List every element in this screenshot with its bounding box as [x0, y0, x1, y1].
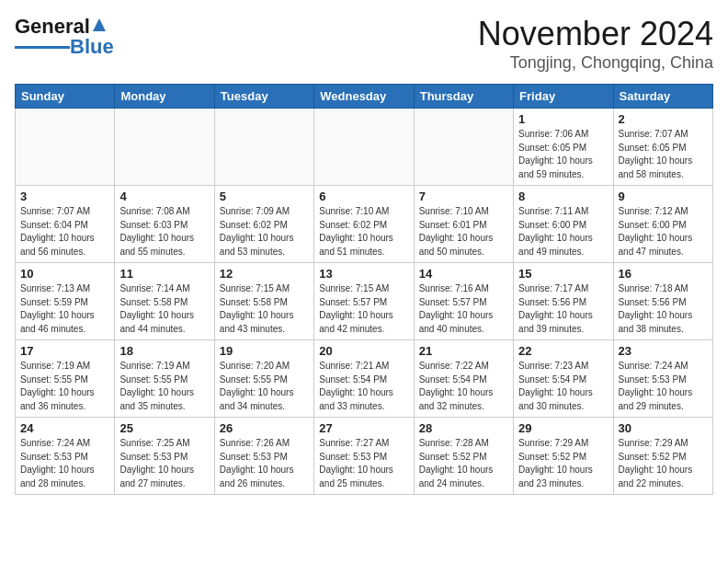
day-cell: 16Sunrise: 7:18 AM Sunset: 5:56 PM Dayli… [613, 263, 712, 340]
day-info: Sunrise: 7:24 AM Sunset: 5:53 PM Dayligh… [619, 360, 708, 413]
day-info: Sunrise: 7:26 AM Sunset: 5:53 PM Dayligh… [220, 437, 309, 490]
day-info: Sunrise: 7:25 AM Sunset: 5:53 PM Dayligh… [119, 437, 209, 490]
day-info: Sunrise: 7:28 AM Sunset: 5:52 PM Dayligh… [419, 437, 508, 490]
weekday-header-friday: Friday [514, 85, 613, 109]
day-info: Sunrise: 7:15 AM Sunset: 5:58 PM Dayligh… [220, 282, 309, 336]
week-row-1: 1Sunrise: 7:06 AM Sunset: 6:05 PM Daylig… [16, 109, 713, 186]
day-number: 22 [518, 344, 608, 358]
day-cell: 14Sunrise: 7:16 AM Sunset: 5:57 PM Dayli… [414, 263, 513, 340]
day-cell: 29Sunrise: 7:29 AM Sunset: 5:52 PM Dayli… [514, 418, 613, 495]
week-row-5: 24Sunrise: 7:24 AM Sunset: 5:53 PM Dayli… [16, 418, 713, 495]
day-cell: 6Sunrise: 7:10 AM Sunset: 6:02 PM Daylig… [314, 186, 414, 263]
day-number: 30 [619, 421, 708, 435]
day-info: Sunrise: 7:10 AM Sunset: 6:02 PM Dayligh… [319, 205, 408, 259]
day-info: Sunrise: 7:19 AM Sunset: 5:55 PM Dayligh… [20, 360, 109, 413]
location-subtitle: Tongjing, Chongqing, China [478, 53, 713, 73]
day-number: 27 [319, 421, 408, 435]
day-cell: 10Sunrise: 7:13 AM Sunset: 5:59 PM Dayli… [16, 263, 115, 340]
day-cell: 13Sunrise: 7:15 AM Sunset: 5:57 PM Dayli… [314, 263, 414, 340]
day-cell: 26Sunrise: 7:26 AM Sunset: 5:53 PM Dayli… [214, 418, 313, 495]
day-info: Sunrise: 7:12 AM Sunset: 6:00 PM Dayligh… [619, 205, 708, 259]
day-info: Sunrise: 7:23 AM Sunset: 5:54 PM Dayligh… [518, 360, 608, 413]
day-number: 9 [619, 190, 708, 203]
day-number: 4 [119, 190, 209, 203]
day-number: 10 [20, 267, 109, 281]
day-info: Sunrise: 7:11 AM Sunset: 6:00 PM Dayligh… [518, 205, 608, 259]
day-number: 3 [20, 190, 109, 203]
day-cell: 11Sunrise: 7:14 AM Sunset: 5:58 PM Dayli… [115, 263, 214, 340]
day-cell: 19Sunrise: 7:20 AM Sunset: 5:55 PM Dayli… [214, 340, 313, 418]
day-number: 29 [518, 421, 608, 435]
day-info: Sunrise: 7:13 AM Sunset: 5:59 PM Dayligh… [20, 282, 109, 336]
day-cell: 28Sunrise: 7:28 AM Sunset: 5:52 PM Dayli… [414, 418, 513, 495]
page-header: General Blue November 2024 Tongjing, Cho… [15, 15, 713, 73]
day-cell: 24Sunrise: 7:24 AM Sunset: 5:53 PM Dayli… [16, 418, 115, 495]
logo-underline [15, 46, 70, 49]
day-cell: 15Sunrise: 7:17 AM Sunset: 5:56 PM Dayli… [514, 263, 613, 340]
weekday-header-sunday: Sunday [16, 85, 115, 109]
weekday-header-monday: Monday [115, 85, 214, 109]
day-cell: 25Sunrise: 7:25 AM Sunset: 5:53 PM Dayli… [115, 418, 214, 495]
week-row-2: 3Sunrise: 7:07 AM Sunset: 6:04 PM Daylig… [16, 186, 713, 263]
day-number: 28 [419, 421, 508, 435]
day-info: Sunrise: 7:18 AM Sunset: 5:56 PM Dayligh… [619, 282, 708, 336]
day-number: 8 [518, 190, 608, 203]
day-number: 1 [518, 112, 608, 126]
day-cell [16, 109, 115, 186]
weekday-header-thursday: Thursday [414, 85, 513, 109]
day-cell: 8Sunrise: 7:11 AM Sunset: 6:00 PM Daylig… [514, 186, 613, 263]
day-cell: 4Sunrise: 7:08 AM Sunset: 6:03 PM Daylig… [115, 186, 214, 263]
day-cell: 20Sunrise: 7:21 AM Sunset: 5:54 PM Dayli… [314, 340, 414, 418]
weekday-header-row: SundayMondayTuesdayWednesdayThursdayFrid… [16, 85, 713, 109]
day-info: Sunrise: 7:20 AM Sunset: 5:55 PM Dayligh… [220, 360, 309, 413]
weekday-header-wednesday: Wednesday [314, 85, 414, 109]
week-row-4: 17Sunrise: 7:19 AM Sunset: 5:55 PM Dayli… [16, 340, 713, 418]
day-info: Sunrise: 7:09 AM Sunset: 6:02 PM Dayligh… [220, 205, 309, 259]
day-number: 25 [119, 421, 209, 435]
day-cell: 2Sunrise: 7:07 AM Sunset: 6:05 PM Daylig… [613, 109, 712, 186]
day-number: 20 [319, 344, 408, 358]
day-number: 26 [220, 421, 309, 435]
day-info: Sunrise: 7:22 AM Sunset: 5:54 PM Dayligh… [419, 360, 508, 413]
weekday-header-tuesday: Tuesday [214, 85, 313, 109]
day-info: Sunrise: 7:06 AM Sunset: 6:05 PM Dayligh… [518, 128, 608, 181]
day-cell [314, 109, 414, 186]
day-info: Sunrise: 7:07 AM Sunset: 6:05 PM Dayligh… [619, 128, 708, 181]
day-cell: 5Sunrise: 7:09 AM Sunset: 6:02 PM Daylig… [214, 186, 313, 263]
svg-marker-0 [93, 18, 106, 31]
month-year-title: November 2024 [478, 15, 713, 53]
day-cell: 1Sunrise: 7:06 AM Sunset: 6:05 PM Daylig… [514, 109, 613, 186]
day-info: Sunrise: 7:29 AM Sunset: 5:52 PM Dayligh… [619, 437, 708, 490]
day-info: Sunrise: 7:21 AM Sunset: 5:54 PM Dayligh… [319, 360, 408, 413]
day-cell [414, 109, 513, 186]
day-info: Sunrise: 7:10 AM Sunset: 6:01 PM Dayligh… [419, 205, 508, 259]
day-number: 7 [419, 190, 508, 203]
week-row-3: 10Sunrise: 7:13 AM Sunset: 5:59 PM Dayli… [16, 263, 713, 340]
logo-arrow-icon [91, 17, 108, 33]
day-cell: 30Sunrise: 7:29 AM Sunset: 5:52 PM Dayli… [613, 418, 712, 495]
day-number: 15 [518, 267, 608, 281]
day-cell: 23Sunrise: 7:24 AM Sunset: 5:53 PM Dayli… [613, 340, 712, 418]
day-number: 16 [619, 267, 708, 281]
day-cell: 18Sunrise: 7:19 AM Sunset: 5:55 PM Dayli… [115, 340, 214, 418]
day-cell [115, 109, 214, 186]
day-info: Sunrise: 7:17 AM Sunset: 5:56 PM Dayligh… [518, 282, 608, 336]
day-number: 2 [619, 112, 708, 126]
day-info: Sunrise: 7:14 AM Sunset: 5:58 PM Dayligh… [119, 282, 209, 336]
day-number: 11 [119, 267, 209, 281]
day-info: Sunrise: 7:15 AM Sunset: 5:57 PM Dayligh… [319, 282, 408, 336]
day-cell [214, 109, 313, 186]
logo-blue: Blue [70, 35, 114, 59]
day-info: Sunrise: 7:19 AM Sunset: 5:55 PM Dayligh… [119, 360, 209, 413]
day-cell: 22Sunrise: 7:23 AM Sunset: 5:54 PM Dayli… [514, 340, 613, 418]
title-block: November 2024 Tongjing, Chongqing, China [478, 15, 713, 73]
day-cell: 9Sunrise: 7:12 AM Sunset: 6:00 PM Daylig… [613, 186, 712, 263]
day-cell: 12Sunrise: 7:15 AM Sunset: 5:58 PM Dayli… [214, 263, 313, 340]
day-number: 14 [419, 267, 508, 281]
day-number: 23 [619, 344, 708, 358]
day-number: 13 [319, 267, 408, 281]
day-cell: 27Sunrise: 7:27 AM Sunset: 5:53 PM Dayli… [314, 418, 414, 495]
weekday-header-saturday: Saturday [613, 85, 712, 109]
day-cell: 3Sunrise: 7:07 AM Sunset: 6:04 PM Daylig… [16, 186, 115, 263]
day-info: Sunrise: 7:07 AM Sunset: 6:04 PM Dayligh… [20, 205, 109, 259]
